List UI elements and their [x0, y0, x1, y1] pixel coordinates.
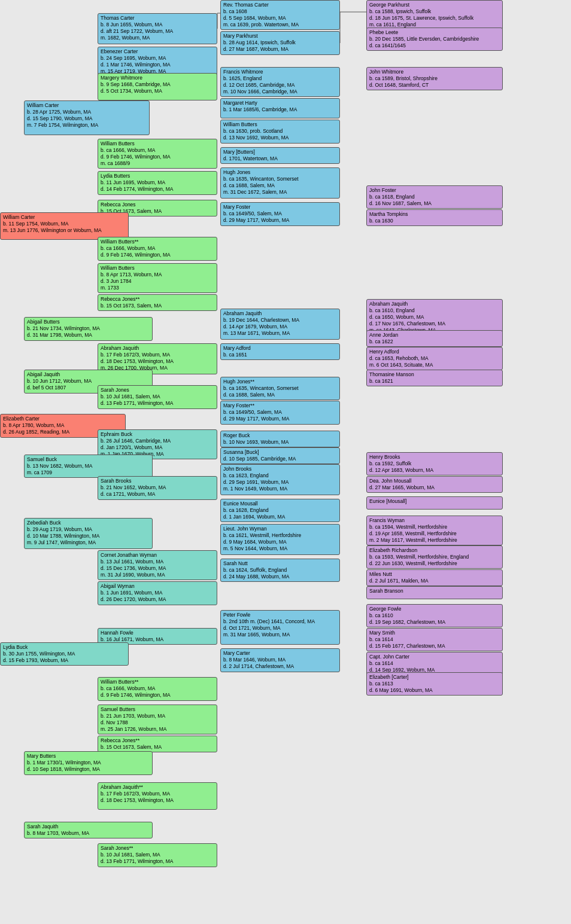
- samuel_buck: Samuel Buck b. 13 Nov 1682, Woburn, MA m…: [24, 455, 153, 478]
- susanna_buck: Susanna [Buck] d. 10 Sep 1685, Cambridge…: [220, 447, 340, 464]
- william_butters_star: William Butters** b. ca 1666, Woburn, MA…: [98, 237, 217, 261]
- henry_brooks: Henry Brooks b. ca 1592, Suffolk d. 12 A…: [366, 452, 503, 475]
- mary_foster_star: Mary Foster** b. ca 1649/50, Salem, MA d…: [220, 401, 340, 425]
- francis_whitmore: Francis Whitmore b. 1625, England d. 12 …: [220, 67, 340, 97]
- elizabeth_richardson: Elizabeth Richardson b. ca 1593, Westmil…: [366, 545, 503, 569]
- mary_foster: Mary Foster b. ca 1649/50, Salem, MA d. …: [220, 202, 340, 226]
- george_parkhurst: George Parkhurst b. ca 1588, Ipswich, Su…: [366, 0, 503, 30]
- cornet_jonathan_wyman: Cornet Jonathan Wyman b. 13 Jul 1661, Wo…: [98, 550, 217, 580]
- dea_john_mousall: Dea. John Mousall d. 27 Mar 1665, Woburn…: [366, 476, 503, 493]
- sarah_branson: Sarah Branson: [366, 586, 503, 599]
- miles_nutt: Miles Nutt d. 2 Jul 1671, Malden, MA: [366, 569, 503, 586]
- mary_adford: Mary Adford b. ca 1651: [220, 343, 340, 360]
- thomas_carter: Thomas Carter b. 8 Jun 1655, Woburn, MA …: [98, 13, 217, 44]
- john_whitmore: John Whitmore b. ca 1589, Bristol, Shrop…: [366, 67, 503, 90]
- mary_smith: Mary Smith b. ca 1614 d. 15 Feb 1677, Ch…: [366, 628, 503, 651]
- ebenezer_carter: Ebenezer Carter b. 24 Sep 1695, Woburn, …: [98, 47, 217, 77]
- mary_butters_1730: Mary Butters b. 1 Mar 1730/1, Wilmington…: [24, 751, 153, 775]
- william_butters_1713: William Butters b. 8 Apr 1713, Woburn, M…: [98, 263, 217, 293]
- william_butters_ca1630: William Butters b. ca 1630, prob. Scotla…: [220, 120, 340, 144]
- hugh_jones_star: Hugh Jones** b. ca 1635, Wincanton, Some…: [220, 377, 340, 400]
- phebe_leete: Phebe Leete b. 20 Dec 1585, Little Evers…: [366, 28, 503, 51]
- anne_jordan: Anne Jordan b. ca 1622: [366, 330, 503, 347]
- margery_whitmore: Margery Whitmore b. 9 Sep 1668, Cambridg…: [98, 73, 217, 100]
- zebediah_buck: Zebediah Buck b. 29 Aug 1719, Woburn, MA…: [24, 518, 153, 549]
- francis_wyman: Francis Wyman b. ca 1594, Westmill, Hert…: [366, 516, 503, 545]
- mary_parkhurst: Mary Parkhurst b. 28 Aug 1614, Ipswich, …: [220, 31, 340, 55]
- sarah_jaquith: Sarah Jaquith b. 8 Mar 1703, Woburn, MA: [24, 822, 153, 838]
- john_brooks: John Brooks b. ca 1623, England d. 29 Se…: [220, 464, 340, 495]
- elizabeth_carter_ca1613: Elizabeth [Carter] b. ca 1613 d. 6 May 1…: [366, 672, 503, 696]
- william_butters_star2: William Butters** b. ca 1666, Woburn, MA…: [98, 677, 217, 701]
- mary_butters: Mary [Butters] d. 1701, Watertown, MA: [220, 147, 340, 164]
- abraham_jaquith_star: Abraham Jaquith** b. 17 Feb 1672/3, Wobu…: [98, 782, 217, 810]
- abraham_jaquith_1644: Abraham Jaquith b. 19 Dec 1644, Charlest…: [220, 309, 340, 340]
- rebecca_jones_star2: Rebecca Jones** b. 15 Oct 1673, Salem, M…: [98, 736, 217, 752]
- william_butters_1666: William Butters b. ca 1666, Woburn, MA d…: [98, 139, 217, 169]
- lydia_buck: Lydia Buck b. 30 Jun 1755, Wilmington, M…: [0, 642, 129, 666]
- peter_fowle: Peter Fowle b. 2nd 10th m. (Dec) 1641, C…: [220, 610, 340, 645]
- henry_adford: Henry Adford d. ca 1653, Rehoboth, MA m.…: [366, 347, 503, 370]
- lieut_john_wyman: Lieut. John Wyman b. ca 1621, Westmill, …: [220, 524, 340, 555]
- abigail_butters: Abigail Butters b. 21 Nov 1734, Wilmingt…: [24, 317, 153, 341]
- hugh_jones: Hugh Jones b. ca 1635, Wincanton, Somers…: [220, 167, 340, 199]
- john_foster: John Foster b. ca 1618, England d. 16 No…: [366, 185, 503, 209]
- rebecca_jones_star: Rebecca Jones** b. 15 Oct 1673, Salem, M…: [98, 294, 217, 311]
- william_carter_1725: William Carter b. 28 Apr 1725, Woburn, M…: [24, 100, 150, 135]
- sarah_nutt: Sarah Nutt b. ca 1624, Suffolk, England …: [220, 559, 340, 582]
- eunice_mousall: Eunice [Mousall]: [366, 496, 503, 510]
- roger_buck: Roger Buck b. 10 Nov 1693, Woburn, MA: [220, 431, 340, 447]
- martha_tompkins: Martha Tompkins b. ca 1630: [366, 209, 503, 226]
- rev_thomas_carter: Rev. Thomas Carter b. ca 1608 d. 5 Sep 1…: [220, 0, 340, 30]
- george_fowle: George Fowle b. ca 1610 d. 19 Sep 1682, …: [366, 604, 503, 627]
- samuel_butters: Samuel Butters b. 21 Jun 1703, Woburn, M…: [98, 705, 217, 734]
- eunice_mousall_box: Eunice Mousall b. ca 1628, England d. 1 …: [220, 499, 340, 522]
- thomasine_manson: Thomasine Manson b. ca 1621: [366, 370, 503, 386]
- sarah_brooks: Sarah Brooks b. 21 Nov 1652, Woburn, MA …: [98, 476, 217, 500]
- lydia_butters: Lydia Butters b. 11 Jun 1695, Woburn, MA…: [98, 171, 217, 195]
- margaret_harty: Margaret Harty b. 1 Mar 1685/6, Cambridg…: [220, 98, 340, 118]
- william_carter_1754: William Carter b. 11 Sep 1754, Woburn, M…: [0, 212, 129, 240]
- abigail_wyman: Abigail Wyman b. 1 Jun 1691, Woburn, MA …: [98, 581, 217, 605]
- sarah_jones: Sarah Jones b. 10 Jul 1681, Salem, MA d.…: [98, 385, 217, 409]
- tree-container: Rev. Thomas Carter b. ca 1608 d. 5 Sep 1…: [0, 0, 571, 924]
- sarah_jones_star: Sarah Jones** b. 10 Jul 1681, Salem, MA …: [98, 843, 217, 867]
- mary_carter_1646: Mary Carter b. 8 Mar 1646, Woburn, MA d.…: [220, 648, 340, 672]
